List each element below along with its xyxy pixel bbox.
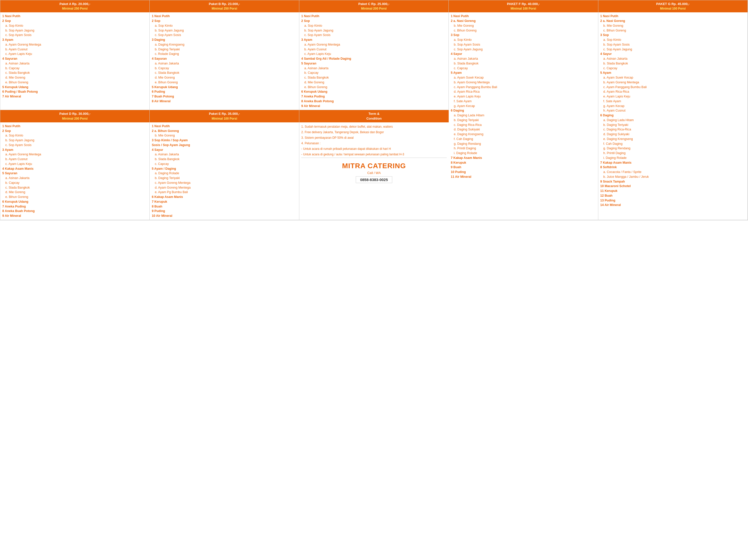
list-item: c. Slada Bangkok	[152, 71, 297, 75]
list-item: c. Bihun Goreng	[600, 28, 746, 33]
list-item: a. Sop Kimlo	[2, 23, 147, 28]
panel-subtitle: Minimal 100 Porsi	[212, 117, 237, 120]
term-item: 3. Sistem pembayaran DP 50% di awal	[301, 136, 447, 140]
panel-title: Paket A Rp. 20.000,-	[60, 2, 90, 6]
list-item: 6 Kerupuk Udang	[2, 199, 147, 204]
list-item: 2 Sop	[2, 19, 147, 23]
term-content: 1. Sudah termasuk peralatan meja, dekor …	[299, 122, 449, 189]
list-item: i. Daging Rolade	[600, 155, 746, 161]
list-item: 9 Snack Tampah	[600, 179, 746, 184]
list-item: 5 Kerupuk Udang	[2, 85, 147, 90]
list-item: b. Capcay	[152, 66, 297, 71]
list-item: c. Slada Bangkok	[2, 71, 147, 75]
list-item: c. Sop Ayam Sosis	[301, 33, 446, 38]
list-item: d. Daging Sukiyaki	[451, 127, 596, 132]
package-panel-paket-c: Paket C Rp. 25.000,-Minimal 200 Porsi1 N…	[299, 0, 449, 110]
package-panel-term-condition: Term &Condition1. Sudah termasuk peralat…	[299, 110, 449, 220]
list-item: 7 Kerupuk	[152, 199, 297, 204]
list-item: a. Daging Krengseng	[152, 42, 297, 47]
list-item: 4 Sayuran	[152, 56, 297, 61]
panel-content: 1 Nasi Putih2 a. Bihun Gorengb. Mie Gore…	[150, 122, 299, 220]
list-item: b. Sop Ayam Jagung	[301, 28, 446, 33]
list-item: d. Mie Goreng	[2, 75, 147, 80]
list-item: 3 Sop	[600, 33, 746, 38]
list-item: c. Daging Rica-Rica	[451, 123, 596, 127]
list-item: b. Ayam Cusnut	[301, 47, 446, 52]
list-item: 1 Nasi Putih	[451, 14, 596, 19]
panel-header: Paket B Rp. 23.000,-Minimal 250 Porsi	[150, 0, 299, 13]
package-panel-paket-e: Paket E Rp. 35.000,-Minimal 100 Porsi1 N…	[150, 110, 299, 220]
list-item: a. Ayam Suwir Kecap	[600, 75, 746, 80]
list-item: b. Juice Mangga / Jambu / Jeruk	[600, 174, 746, 179]
list-item: c. Ayam Panggang Bumbu Bali	[600, 85, 746, 90]
panel-content: 1 Nasi Putih2 Sopa. Sop Kimlob. Sop Ayam…	[150, 13, 299, 105]
list-item: 14 Air Mineral	[600, 203, 746, 208]
panel-content: 1 Nasi Putih2 Sopa. Sop Kimlob. Sop Ayam…	[299, 13, 448, 110]
panel-header: Term &Condition	[299, 110, 449, 122]
list-item: 1 Nasi Putih	[152, 14, 297, 19]
list-item: b. Sop Ayam Jagung	[2, 28, 147, 33]
list-item: 3 Daging	[152, 38, 297, 42]
list-item: a. Daging Rolade	[152, 171, 297, 176]
list-item: c. Ayam Goreng Mentega	[152, 180, 297, 185]
list-item: 8 Aneka Buah Potong	[2, 209, 147, 214]
panel-subtitle: Minimal 200 Porsi	[62, 117, 88, 120]
term-item: 1. Sudah termasuk peralatan meja, dekor …	[301, 124, 447, 129]
list-item: g. Daging Rendang	[600, 146, 746, 151]
panel-content: 1 Nasi Putih2 a. Nasi Gorengb. Mie Goren…	[449, 13, 598, 180]
list-item: a. Ayam Suwir Kecap	[451, 75, 596, 80]
panel-header: Paket D Rp. 30.000,-Minimal 200 Porsi	[0, 110, 149, 122]
list-item: f. Sate Ayam	[451, 99, 596, 104]
list-item: b. Mie Goreng	[600, 23, 746, 28]
list-item: b. Ayam Goreng Mentega	[600, 80, 746, 85]
mitra-title: MITRA CATERING	[303, 162, 445, 170]
list-item: 6 Kerupuk Udang	[301, 89, 446, 94]
list-item: c. Sop Ayam Sosis	[2, 33, 147, 38]
panel-header: PAKET G Rp. 45.000,-Minimal 100 Porsi	[598, 0, 748, 13]
panel-header: Paket C Rp. 25.000,-Minimal 200 Porsi	[299, 0, 448, 13]
list-item: 4 Kakap Asam Manis	[2, 166, 147, 171]
list-item: a. Sop Kimlo	[2, 133, 147, 138]
list-item: 6 Daging	[600, 113, 746, 118]
panel-subtitle: Minimal 250 Porsi	[212, 7, 237, 10]
list-item: b. Daging Teriyaki	[451, 118, 596, 123]
list-item: b. Capcay	[2, 66, 147, 71]
list-item: e. Ayam Pg Bumbu Bali	[152, 190, 297, 195]
list-item: c. Ayam Panggang Bumbu Bali	[451, 85, 596, 90]
list-item: h. Printil Daging	[600, 151, 746, 155]
list-item: 7 Kakap Asam Manis	[600, 161, 746, 165]
list-item: b. Slada Bangkok	[600, 61, 746, 66]
list-item: b. Sop Ayam Sosis	[451, 42, 596, 47]
list-item: c. Ayam Lapis Keju	[301, 52, 446, 56]
list-item: 2 a. Bihun Goreng	[152, 129, 297, 133]
list-item: 6 Puding	[152, 89, 297, 94]
list-item: a. Asinan Jakarta	[2, 176, 147, 180]
list-item: d. Mie Goreng	[301, 80, 446, 85]
list-item: 13 Puding	[600, 198, 746, 203]
list-item: 3 Sop	[451, 33, 596, 38]
list-item: a. Daging Lada Hitam	[451, 113, 596, 118]
list-item: 10 Macaroni Schotel	[600, 184, 746, 189]
list-item: c. Capcay	[451, 66, 596, 71]
list-item: 7 Kakap Asam Manis	[451, 155, 596, 161]
panel-subtitle: Minimal 250 Porsi	[62, 7, 88, 10]
list-item: c. Sop Ayam Sosis	[152, 33, 297, 38]
list-item: c. Sop Ayam Jagung	[600, 47, 746, 52]
list-item: a. Asinan Jakarta	[301, 66, 446, 71]
panel-subtitle: Minimal 100 Porsi	[511, 7, 536, 10]
mitra-section: MITRA CATERINGCall / WA0858-8383-0025	[301, 157, 447, 187]
list-item: e. Bihun Goreng	[2, 80, 147, 85]
list-item: 2 Sop	[301, 19, 446, 23]
list-item: d. Ayam Rica-Rica	[600, 89, 746, 94]
list-item: a. Sop Kimlo	[301, 23, 446, 28]
list-item: 11 Kerupuk	[600, 189, 746, 193]
panel-subtitle: Minimal 200 Porsi	[361, 7, 387, 10]
list-item: c. Bihun Goreng	[451, 28, 596, 33]
list-item: 11 Air Mineral	[451, 174, 596, 179]
panel-header: Paket E Rp. 35.000,-Minimal 100 Porsi	[150, 110, 299, 122]
panel-title: Paket D Rp. 30.000,-	[59, 112, 90, 116]
list-item: b. Slada Bangkok	[152, 157, 297, 162]
mitra-subtitle: Call / WA	[303, 171, 445, 175]
list-item: b. Sop Ayam Sosis	[600, 42, 746, 47]
list-item: e. Bihun Goreng	[2, 195, 147, 199]
